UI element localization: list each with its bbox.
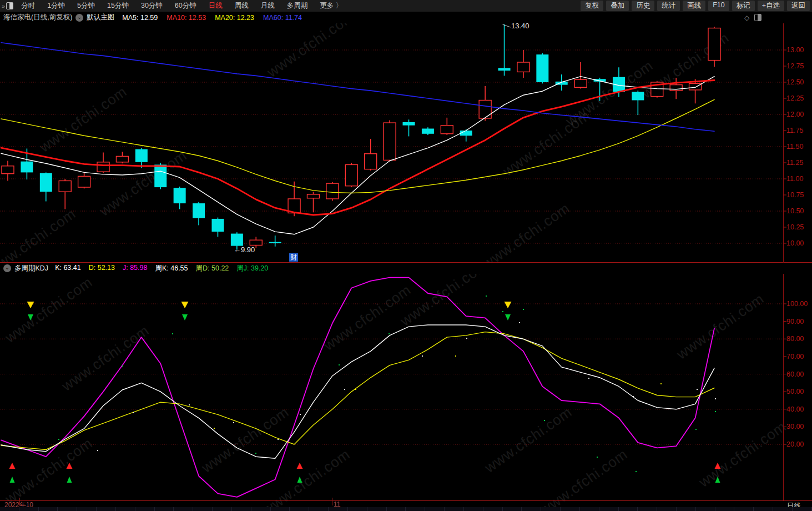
period-tabs: 分时1分钟5分钟15分钟30分钟60分钟日线周线月线多周期更多 〉 [21,1,342,11]
taskbar-cell [773,507,793,511]
adjust-button[interactable]: 复权 [581,1,603,11]
tab-more[interactable]: 更多 〉 [320,1,342,11]
taskbar-cell [734,507,754,511]
taskbar-cell [329,507,348,511]
taskbar-cell [213,507,232,511]
taskbar-cell [135,507,155,511]
diamond-icon[interactable]: ◇ [744,14,749,22]
price-axis-label: 12.75 [786,62,804,70]
kdj-axis-label: 70.00 [786,353,804,360]
tab-5min[interactable]: 5分钟 [77,1,95,11]
taskbar-cell [174,507,193,511]
f10-button[interactable]: F10 [708,1,729,11]
taskbar-cell [619,507,638,511]
taskbar-cell [715,507,735,511]
tab-15min[interactable]: 15分钟 [107,1,129,11]
kdj-value-label-1: D: 52.13 [89,264,115,273]
taskbar-cell [290,507,309,511]
kdj-axis-label: 50.00 [786,388,804,395]
kdj-axis-label: 90.00 [786,318,804,325]
taskbar-cell [464,507,483,511]
tab-multiperiod[interactable]: 多周期 [287,1,308,11]
price-axis-label: 12.25 [786,94,804,102]
kdj-axis-label: 40.00 [786,405,804,413]
taskbar-cell [19,507,39,511]
history-button[interactable]: 历史 [632,1,654,11]
kdj-title: 多周期KDJ [14,264,48,273]
taskbar-cell [561,507,580,511]
taskbar-cell [657,507,677,511]
taskbar-cell [387,507,406,511]
taskbar-cell [754,507,773,511]
kdj-value-labels: K: 63.41D: 52.13J: 85.98周K: 46.55周D: 50.… [55,264,268,273]
taskbar-cell [677,507,696,511]
taskbar-cell [251,507,271,511]
price-axis-label: 11.00 [786,175,803,183]
taskbar-cell [39,507,58,511]
kdj-chevron-down-icon[interactable]: ⌄ [3,264,11,272]
main-chart-panel[interactable] [0,23,783,262]
chevron-down-icon[interactable]: ⌄ [75,14,83,22]
trading-app-window: » 分时1分钟5分钟15分钟30分钟60分钟日线周线月线多周期更多 〉 复权叠加… [0,0,812,511]
period-tabbar: » 分时1分钟5分钟15分钟30分钟60分钟日线周线月线多周期更多 〉 复权叠加… [0,0,812,12]
kdj-axis-label: 30.00 [786,423,804,430]
stats-button[interactable]: 统计 [657,1,680,11]
kdj-value-label-4: 周D: 50.22 [196,264,229,273]
taskbar-cell [696,507,715,511]
taskbar-cell [193,507,213,511]
main-preset-label[interactable]: 默认主图 [87,13,114,22]
price-axis-label: 10.50 [786,207,804,215]
ma-label-ma20: MA20: 12.23 [215,14,254,22]
mark-button[interactable]: 标记 [732,1,755,11]
taskbar-cell [97,507,116,511]
taskbar-strip [0,507,812,511]
tab-daily[interactable]: 日线 [209,1,223,11]
taskbar-cell [348,507,367,511]
taskbar-cell [599,507,619,511]
tab-monthly[interactable]: 月线 [261,1,275,11]
price-axis-label: 12.00 [786,111,804,118]
ma-label-ma10: MA10: 12.53 [167,14,206,22]
price-axis-label: 10.75 [786,191,804,199]
taskbar-cell [793,507,812,511]
price-axis-label: 11.75 [786,127,803,134]
taskbar-cell [503,507,522,511]
tab-weekly[interactable]: 周线 [235,1,249,11]
tab-1min[interactable]: 1分钟 [47,1,65,11]
add-watchlist-button[interactable]: +自选 [758,1,784,11]
drawline-button[interactable]: 画线 [683,1,705,11]
kdj-panel[interactable] [0,274,783,500]
kdj-value-label-3: 周K: 46.55 [155,264,188,273]
taskbar-cell [309,507,329,511]
kdj-axis-label: 20.00 [786,440,804,448]
taskbar-cell [58,507,77,511]
taskbar-cell [155,507,174,511]
taskbar-cell [445,507,464,511]
price-axis-label: 10.00 [786,239,804,247]
header-mini-icons: ◇ [744,14,761,22]
kdj-axis-label: 80.00 [786,335,804,343]
price-axis-label: 13.00 [786,46,804,54]
overlay-button[interactable]: 叠加 [606,1,629,11]
kdj-header: ⌄ 多周期KDJ K: 63.41D: 52.13J: 85.98周K: 46.… [0,263,812,274]
panel-toggle-icon[interactable]: » [2,2,13,9]
taskbar-cell [638,507,657,511]
taskbar-cell [0,507,19,511]
taskbar-cell [425,507,445,511]
back-button[interactable]: 返回 [787,1,810,11]
taskbar-cell [483,507,503,511]
tab-30min[interactable]: 30分钟 [141,1,163,11]
stock-title: 海信家电(日线,前复权) [3,13,72,22]
kdj-axis-label: 60.00 [786,370,804,378]
taskbar-cell [232,507,251,511]
tab-60min[interactable]: 60分钟 [175,1,196,11]
price-axis-label: 11.25 [786,159,803,167]
taskbar-cell [116,507,135,511]
ma-value-labels: MA5: 12.59MA10: 12.53MA20: 12.23MA60: 11… [122,14,302,22]
tab-intraday[interactable]: 分时 [21,1,35,11]
layout-split-icon[interactable] [754,14,761,21]
taskbar-cell [77,507,97,511]
taskbar-cell [406,507,425,511]
toolbar-buttons: 复权叠加历史统计画线F10标记+自选返回 [581,1,810,11]
kdj-value-label-2: J: 85.98 [123,264,147,273]
